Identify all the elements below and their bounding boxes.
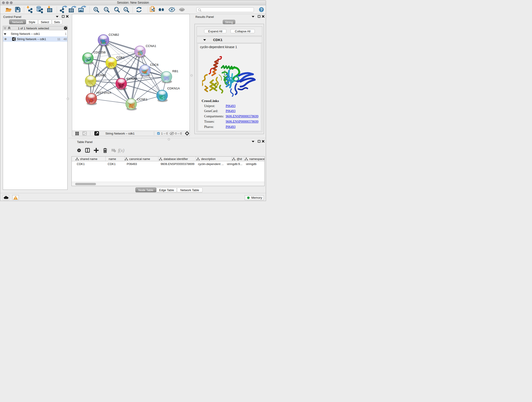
svg-text:CCNE1: CCNE1 — [137, 98, 147, 101]
svg-text:CCNB1: CCNB1 — [96, 74, 107, 77]
svg-text:1 – 0: 1 – 0 — [161, 132, 168, 135]
svg-text:CDKN1A: CDKN1A — [167, 87, 180, 90]
svg-text:CDC25B: CDC25B — [94, 51, 106, 54]
svg-text:CCNB2: CCNB2 — [109, 33, 119, 36]
svg-text:name: name — [109, 157, 116, 161]
svg-text:CDK1: CDK1 — [116, 56, 125, 59]
svg-text:CCNA2: CCNA2 — [127, 77, 137, 80]
svg-text:f(x): f(x) — [118, 148, 124, 153]
svg-text:RB1: RB1 — [172, 70, 178, 73]
svg-text:HIST1H1A: HIST1H1A — [96, 91, 111, 95]
svg-text:shared name: shared name — [80, 157, 97, 161]
svg-text:canonical name: canonical name — [129, 157, 150, 161]
svg-text:0 – 0: 0 – 0 — [175, 132, 182, 135]
svg-text:database identifier: database identifier — [164, 157, 188, 161]
svg-text:@id: @id — [237, 157, 242, 161]
svg-text:description: description — [201, 157, 215, 161]
svg-text:namespace: namespace — [249, 157, 264, 161]
svg-text:CCNA1: CCNA1 — [146, 44, 156, 48]
svg-text:CDC6: CDC6 — [150, 63, 158, 66]
svg-text:?: ? — [260, 8, 263, 12]
